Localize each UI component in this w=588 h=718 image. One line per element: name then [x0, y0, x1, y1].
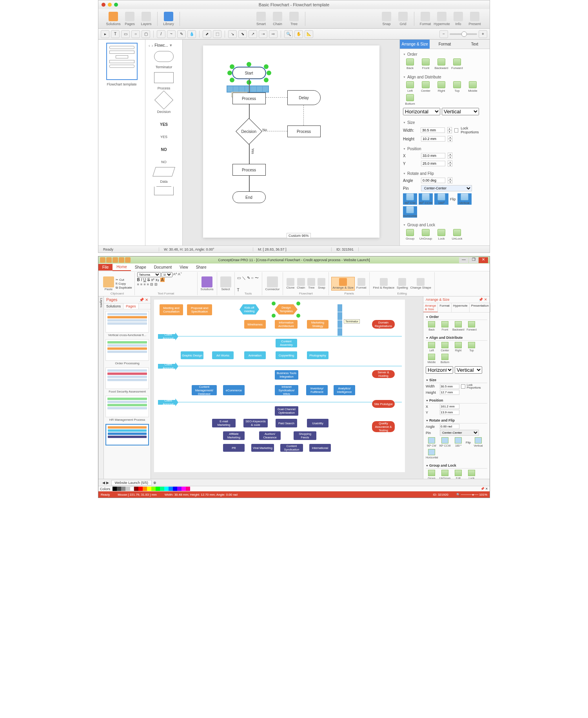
x-input[interactable]	[421, 153, 445, 158]
maximize-window[interactable]	[114, 3, 118, 7]
stepper[interactable]: ▴▾	[448, 177, 452, 184]
color-swatch[interactable]	[130, 487, 134, 491]
process-shape[interactable]: Process	[232, 93, 266, 104]
section-position[interactable]: Position	[426, 398, 487, 404]
fc-node[interactable]: Wireframes	[244, 320, 266, 329]
connector-3[interactable]: ↗	[249, 30, 257, 38]
eyedropper-tool[interactable]: 💧	[187, 30, 196, 38]
y-input[interactable]	[421, 161, 445, 166]
rotate-180[interactable]: 180º	[434, 193, 448, 205]
select-button[interactable]: Select	[220, 276, 232, 292]
solutions-button[interactable]: Solutions	[200, 276, 214, 292]
color-swatch[interactable]	[173, 487, 177, 491]
rotate-90ccw[interactable]: 90º CCW	[439, 437, 451, 447]
solutions-button[interactable]: Solutions	[105, 12, 121, 26]
align-top[interactable]: Top	[466, 342, 477, 352]
fc-node[interactable]: Copywriting	[276, 351, 297, 359]
stepper[interactable]: ▴▾	[448, 136, 452, 142]
format-panel-button[interactable]: Format	[356, 277, 367, 290]
x-input[interactable]	[440, 404, 459, 409]
color-swatch[interactable]	[117, 487, 121, 491]
color-swatch[interactable]	[186, 487, 190, 491]
fc-node[interactable]: PR	[223, 444, 245, 452]
tool-curve[interactable]: 〜	[255, 275, 259, 281]
close-window[interactable]: ✕	[479, 257, 488, 263]
grid-button[interactable]: Grid	[395, 12, 411, 26]
zoom-in[interactable]: +	[479, 30, 487, 38]
hand-tool[interactable]: ✋	[294, 30, 303, 38]
align-right[interactable]: Right	[452, 342, 464, 352]
color-swatch[interactable]	[147, 487, 151, 491]
chain-button[interactable]: Chain	[270, 12, 285, 26]
curve-tool[interactable]: ~	[167, 30, 176, 38]
order-front[interactable]: Front	[419, 58, 433, 70]
order-front[interactable]: Front	[439, 321, 451, 331]
pin-icon[interactable]: 📌 ✕	[481, 487, 488, 491]
section-group[interactable]: Group and Lock	[426, 463, 487, 469]
unlock-btn[interactable]: UnLock	[450, 229, 464, 240]
edit-tool[interactable]: ⬈	[203, 30, 211, 38]
pencil-tool[interactable]: ✎	[177, 30, 186, 38]
width-input[interactable]	[421, 127, 445, 133]
italic-btn[interactable]: I	[141, 278, 142, 282]
fc-node[interactable]: Analytics/ Intelligence	[334, 385, 355, 395]
color-swatch[interactable]	[138, 487, 143, 491]
connector-toolbar[interactable]	[338, 304, 342, 336]
color-swatch[interactable]	[169, 487, 173, 491]
ellipse-tool[interactable]: ○	[131, 30, 140, 38]
dist-v-select[interactable]: Vertical	[442, 108, 479, 115]
menu-shape[interactable]: Shape	[131, 264, 150, 271]
page-thumb-selected[interactable]	[105, 424, 149, 445]
dist-h-select[interactable]: Horizontal	[403, 108, 440, 115]
pages-button[interactable]: Pages	[122, 12, 138, 26]
page-thumb[interactable]	[105, 311, 149, 333]
section-order[interactable]: Order	[403, 51, 486, 57]
order-back[interactable]: Back	[426, 321, 437, 331]
canvas[interactable]: Meeting and Consultation Proposal and Sp…	[151, 296, 423, 479]
shape-data[interactable]	[152, 167, 175, 176]
fc-node[interactable]: Animation	[244, 351, 266, 359]
page-thumb[interactable]	[105, 396, 149, 417]
tool-rect[interactable]: ▭	[237, 276, 241, 280]
page-tab[interactable]: Website Launch (5/5)	[111, 480, 152, 485]
tab-text[interactable]: Text	[460, 40, 490, 49]
shape-process[interactable]	[154, 72, 174, 83]
order-forward[interactable]: Forward	[450, 58, 464, 70]
process-shape[interactable]: Process	[232, 164, 266, 176]
fc-node[interactable]: Paid Search	[276, 419, 297, 427]
close-window[interactable]	[102, 3, 105, 7]
rotate-90ccw[interactable]: 90º CCW	[419, 193, 433, 205]
align-bottom[interactable]: Bottom	[439, 354, 451, 364]
angle-input[interactable]	[421, 178, 445, 183]
fc-node[interactable]: Quality Assurance & Testing	[372, 421, 395, 432]
find-replace-button[interactable]: Find & Replace	[372, 277, 395, 290]
delay-shape[interactable]: Delay	[287, 90, 321, 105]
copy-button[interactable]: ⎘ Copy	[116, 282, 132, 285]
ungroup-btn[interactable]: UnGroup	[419, 229, 433, 240]
fc-node[interactable]: Kick-off meeting	[240, 304, 259, 314]
menu-view[interactable]: View	[176, 264, 192, 271]
change-shape-button[interactable]: Change Shape	[410, 277, 432, 290]
paste-button[interactable]: Paste	[102, 276, 115, 292]
tree-button[interactable]: Tree	[307, 277, 316, 290]
rotate-180[interactable]: 180 º	[452, 437, 464, 447]
align-middle[interactable]: Middle	[466, 81, 480, 93]
section-align[interactable]: Align and Distribute	[403, 74, 486, 80]
connector-5[interactable]: ⇨	[269, 30, 278, 38]
group-btn[interactable]: Group	[426, 470, 437, 479]
color-swatch[interactable]	[134, 487, 138, 491]
align-left[interactable]: Left	[426, 342, 437, 352]
tab-arrange[interactable]: Arrange & Size	[423, 303, 438, 312]
rect-tool[interactable]: ▭	[121, 30, 130, 38]
clone-button[interactable]: Clone	[285, 277, 295, 290]
flip-horizontal[interactable]: Horizontal	[403, 206, 417, 218]
fc-node[interactable]: Meeting and Consultation	[160, 304, 183, 315]
dist-h[interactable]: Horizontal	[426, 366, 453, 374]
fc-approve[interactable]: Client Approve	[158, 398, 178, 406]
color-swatch[interactable]	[181, 487, 186, 491]
tab-hypernote[interactable]: Hypernote	[452, 303, 470, 312]
shape-terminator[interactable]	[154, 51, 174, 62]
format-button[interactable]: Format	[417, 12, 433, 26]
fc-node[interactable]: E-mail Marketing	[212, 419, 236, 427]
stepper[interactable]: ▴▾	[447, 127, 452, 133]
